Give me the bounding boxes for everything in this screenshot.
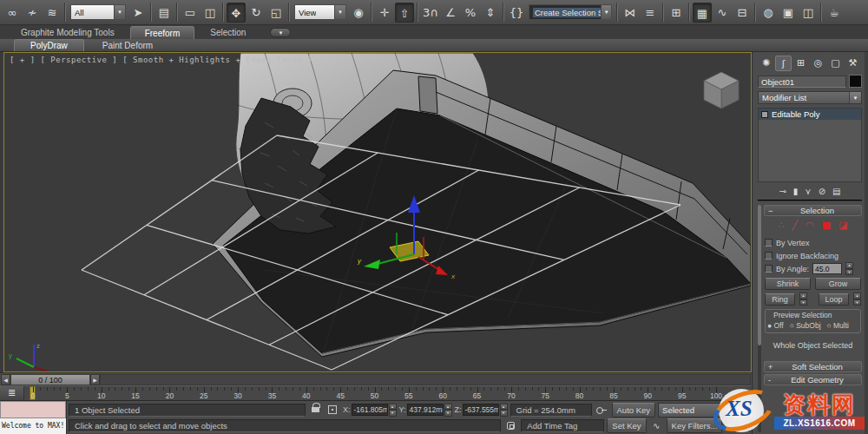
remove-modifier-icon[interactable]: ⊘ (819, 187, 825, 196)
ring-spinner[interactable]: ▲▼ (799, 293, 807, 306)
absolute-offset-mode-toggle[interactable] (326, 403, 340, 417)
rollout-header-soft-selection[interactable]: + Soft Selection (764, 361, 862, 372)
y-coordinate-field[interactable]: 437.912mm (407, 404, 444, 416)
vertex-icon[interactable]: ∴ (778, 220, 784, 231)
named-selection-set-dropdown[interactable]: Create Selection Se▼ (529, 4, 612, 20)
border-icon[interactable]: ◠ (806, 220, 814, 231)
by-vertex-row[interactable]: By Vertex (765, 236, 861, 249)
set-key-button[interactable]: Set Key (607, 418, 646, 433)
object-name-field[interactable]: Object01 (758, 76, 846, 88)
time-slider[interactable]: ◀ 0 / 100 ▶ (0, 372, 752, 385)
listener-macro-row[interactable] (0, 401, 66, 418)
go-to-start-button[interactable]: |◀◀ ◀ (737, 406, 750, 413)
display-tab-icon[interactable]: ▢ (827, 56, 844, 71)
time-slider-prev-button[interactable]: ◀ (1, 374, 10, 385)
select-and-move-icon[interactable]: ✥ (227, 3, 246, 23)
add-time-tag[interactable]: Add Time Tag (521, 419, 604, 432)
grow-button[interactable]: Grow (815, 278, 861, 290)
select-and-link-icon[interactable]: ∞ (3, 3, 22, 23)
rollout-header-edit-geometry[interactable]: - Edit Geometry (764, 374, 862, 385)
time-slider-track[interactable] (100, 374, 751, 385)
stack-item-editable-poly[interactable]: Editable Poly (759, 108, 861, 120)
tab-freeform[interactable]: Freeform (130, 26, 195, 39)
viewcube[interactable] (704, 72, 739, 108)
z-coordinate-field[interactable]: -637.555m (463, 404, 499, 416)
use-pivot-point-center-icon[interactable]: ◉ (349, 3, 368, 23)
keyboard-shortcut-override-icon[interactable]: ⇧ (395, 3, 414, 23)
curve-editor-icon[interactable]: ∿ (713, 3, 732, 23)
pin-stack-icon[interactable]: ⊸ (779, 187, 786, 196)
ring-button[interactable]: Ring (765, 293, 795, 306)
bind-to-space-warp-icon[interactable]: ≋ (43, 3, 62, 23)
listener-text[interactable]: Welcome to MAX! (0, 418, 66, 434)
element-icon[interactable]: ◪ (838, 220, 847, 231)
modifier-list-dropdown[interactable]: Modifier List ▼ (758, 91, 862, 104)
maxscript-mini-listener[interactable]: Welcome to MAX! (0, 401, 67, 434)
by-angle-field[interactable]: 45.0 (812, 263, 842, 274)
render-production-icon[interactable]: ☕ (825, 3, 844, 23)
material-editor-icon[interactable]: ◍ (759, 3, 778, 23)
ribbon-minimize-button[interactable]: ▼ (270, 28, 291, 37)
rollout-header-selection[interactable]: − Selection (764, 205, 862, 216)
rendered-frame-window-icon[interactable]: ◫ (799, 3, 818, 23)
modify-tab-icon[interactable]: ʃ (775, 56, 792, 71)
by-angle-checkbox[interactable] (765, 265, 773, 273)
by-angle-row[interactable]: By Angle: 45.0 ▲▼ (765, 262, 861, 275)
by-angle-spinner[interactable]: ▲▼ (845, 262, 853, 275)
tab-polydraw[interactable]: PolyDraw (14, 39, 84, 51)
preview-radio-multi[interactable]: ○ Multi (827, 321, 849, 330)
hierarchy-tab-icon[interactable]: ⊞ (792, 56, 809, 71)
x-spinner[interactable]: ▲▼ (389, 404, 397, 417)
unlink-selection-icon[interactable]: ≁ (23, 3, 42, 23)
selection-filter-dropdown[interactable]: All▼ (70, 4, 126, 20)
next-frame-button[interactable]: ◀▶| (725, 422, 733, 429)
render-setup-icon[interactable]: ▣ (779, 3, 798, 23)
object-color-swatch[interactable] (849, 75, 862, 88)
auto-key-button[interactable]: Auto Key (612, 403, 656, 418)
time-slider-next-button[interactable]: ▶ (90, 374, 100, 385)
select-by-name-icon[interactable]: ▤ (155, 3, 174, 23)
layer-manager-icon[interactable]: ⊞ (667, 3, 686, 23)
show-end-result-icon[interactable]: ▮ (793, 187, 799, 196)
tab-paint-deform[interactable]: Paint Deform (87, 39, 168, 51)
angle-snap-toggle-icon[interactable]: ∠ (441, 3, 460, 23)
graphite-ribbon-toggle-icon[interactable]: ▦ (693, 3, 712, 23)
track-bar[interactable]: ≣ 05101520253035404550556065707580859095… (0, 385, 752, 400)
viewport-canvas[interactable]: y x z y x (4, 53, 751, 372)
select-and-manipulate-icon[interactable]: ✛ (375, 3, 394, 23)
perspective-viewport[interactable]: y x z y x (3, 52, 752, 372)
reference-coordinate-system-dropdown[interactable]: View▼ (294, 4, 346, 20)
by-vertex-checkbox[interactable] (765, 239, 773, 247)
preview-radio-subobj[interactable]: ○ SubObj (790, 321, 821, 330)
mini-curve-editor-icon[interactable]: ≣ (0, 386, 24, 400)
modifier-stack[interactable]: Editable Poly (758, 108, 862, 182)
rollout-scrollbar[interactable] (758, 205, 761, 432)
preview-radio-off[interactable]: ● Off (767, 321, 784, 330)
y-spinner[interactable]: ▲▼ (444, 404, 452, 417)
select-and-scale-icon[interactable]: ◱ (266, 3, 286, 23)
set-keys-button[interactable] (595, 403, 609, 417)
default-in-out-tangents-icon[interactable]: ∿ (649, 418, 664, 432)
viewport-label[interactable]: [ + ] [ Perspective ] [ Smooth + Highlig… (10, 56, 312, 64)
current-frame-field[interactable]: 0 (736, 419, 750, 432)
polygon-icon[interactable]: ■ (822, 220, 831, 231)
spinner-snap-toggle-icon[interactable]: ⇕ (481, 3, 500, 23)
ignore-backfacing-checkbox[interactable] (765, 252, 773, 260)
snaps-toggle-3d-icon[interactable]: 3∩ (421, 3, 440, 23)
mirror-icon[interactable]: ⋈ (621, 3, 640, 23)
tab-selection[interactable]: Selection (196, 26, 260, 39)
loop-button[interactable]: Loop (819, 293, 849, 306)
configure-modifier-sets-icon[interactable]: ▤ (832, 187, 840, 196)
tab-graphite-modeling-tools[interactable]: Graphite Modeling Tools (7, 26, 128, 39)
select-and-rotate-icon[interactable]: ↻ (247, 3, 266, 23)
z-spinner[interactable]: ▲▼ (500, 404, 508, 417)
key-filters-button[interactable]: Key Filters... (667, 418, 723, 433)
schematic-view-icon[interactable]: ⊟ (733, 3, 752, 23)
rectangular-selection-region-icon[interactable]: ▭ (181, 3, 200, 23)
motion-tab-icon[interactable]: ◎ (810, 56, 826, 71)
x-coordinate-field[interactable]: -161.805m (352, 404, 388, 416)
edge-icon[interactable]: ╱ (792, 220, 798, 231)
edit-named-selection-sets-icon[interactable]: {} (507, 3, 526, 23)
align-icon[interactable]: ≡ (641, 3, 660, 23)
window-crossing-icon[interactable]: ◫ (201, 3, 220, 23)
